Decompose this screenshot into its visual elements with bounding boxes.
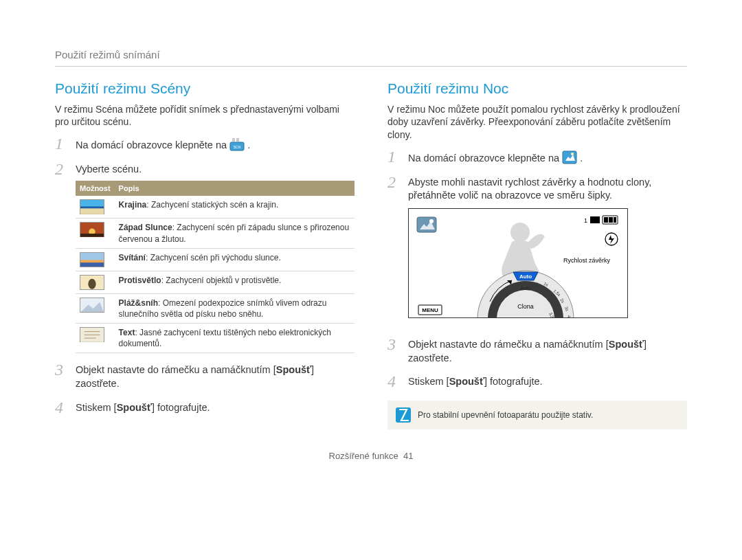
column-scene: Použití režimu Scény V režimu Scéna může… bbox=[55, 79, 355, 429]
step-number: 4 bbox=[55, 399, 70, 416]
option-thumb bbox=[76, 219, 115, 248]
svg-rect-5 bbox=[80, 208, 104, 214]
svg-point-14 bbox=[88, 278, 95, 289]
table-row: Krajina: Zachycení statických scén a kra… bbox=[76, 196, 355, 219]
night-mode-icon bbox=[562, 150, 577, 164]
shutter-word: Spoušť bbox=[117, 402, 152, 413]
table-row: Západ Slunce: Zachycení scén při západu … bbox=[76, 219, 355, 248]
option-thumb bbox=[76, 248, 115, 271]
svg-text:MENU: MENU bbox=[422, 307, 438, 313]
table-header-option: Možnost bbox=[76, 181, 115, 197]
svg-rect-24 bbox=[590, 216, 600, 223]
step-number: 4 bbox=[387, 373, 403, 390]
scene-mode-icon: SCN bbox=[229, 137, 245, 151]
shutter-word: Spoušť bbox=[609, 339, 644, 350]
svg-text:Auto: Auto bbox=[519, 273, 532, 280]
svg-text:4s: 4s bbox=[567, 315, 572, 318]
svg-rect-1 bbox=[232, 138, 235, 142]
table-row: Pláž&sníh: Omezení podexpozice snímků vl… bbox=[76, 293, 355, 323]
scene-intro: V režimu Scéna můžete pořídit snímek s p… bbox=[55, 103, 355, 129]
step-text: Objekt nastavte do rámečku a namáčknutím… bbox=[76, 364, 276, 375]
page-footer: Rozšířené funkce 41 bbox=[55, 450, 687, 462]
shutter-word: Spoušť bbox=[276, 364, 311, 375]
shutter-speed-label: Rychlost závěrky bbox=[563, 257, 611, 264]
svg-rect-12 bbox=[80, 260, 104, 262]
table-row: Text: Jasné zachycení textu tištěných ne… bbox=[76, 324, 355, 353]
night-step-3: 3 Objekt nastavte do rámečku a namáčknut… bbox=[387, 336, 687, 365]
scene-step-4: 4 Stiskem [Spoušť] fotografujte. bbox=[55, 399, 355, 416]
step-text: Na domácí obrazovce klepněte na bbox=[76, 139, 227, 150]
svg-rect-22 bbox=[417, 217, 436, 232]
night-title: Použití režimu Noc bbox=[387, 79, 687, 98]
scene-step-1: 1 Na domácí obrazovce klepněte na SCN . bbox=[55, 135, 355, 153]
column-night: Použití režimu Noc V režimu Noc můžete p… bbox=[387, 79, 687, 429]
table-row: Svítání: Zachycení scén při východu slun… bbox=[76, 248, 355, 271]
svg-point-30 bbox=[510, 223, 530, 242]
note-text: Pro stabilní upevnění fotoaparátu použij… bbox=[418, 410, 593, 421]
option-thumb bbox=[76, 324, 115, 353]
option-desc: Západ Slunce: Zachycení scén při západu … bbox=[115, 219, 355, 248]
step-number: 3 bbox=[387, 336, 403, 365]
page-header: Použití režimů snímání bbox=[55, 48, 687, 67]
step-number: 1 bbox=[55, 135, 70, 153]
step-text: ] fotografujte. bbox=[484, 376, 543, 387]
step-text: Na domácí obrazovce klepněte na bbox=[408, 153, 559, 164]
night-step-1: 1 Na domácí obrazovce klepněte na . bbox=[387, 148, 687, 166]
svg-rect-27 bbox=[609, 217, 613, 223]
footer-page: 41 bbox=[403, 451, 413, 461]
scene-step-3: 3 Objekt nastavte do rámečku a namáčknut… bbox=[55, 361, 355, 390]
step-text: Vyberte scénu. bbox=[76, 164, 142, 175]
step-text: Stiskem [ bbox=[408, 376, 449, 387]
table-header-desc: Popis bbox=[115, 181, 355, 197]
scene-title: Použití režimu Scény bbox=[55, 79, 355, 98]
night-step-2: 2 Abyste mohli nastavit rychlost závěrky… bbox=[387, 174, 687, 328]
option-thumb bbox=[76, 293, 115, 323]
option-thumb bbox=[76, 271, 115, 293]
option-desc: Pláž&sníh: Omezení podexpozice snímků vl… bbox=[115, 293, 355, 323]
svg-text:Auto: Auto bbox=[521, 286, 531, 291]
dial-illustration: 1 Rychlost závěrky bbox=[408, 208, 628, 318]
night-intro: V režimu Noc můžete použít pomalou rychl… bbox=[387, 103, 687, 142]
svg-rect-28 bbox=[614, 217, 616, 223]
note-icon bbox=[396, 407, 411, 423]
svg-rect-20 bbox=[563, 151, 576, 164]
step-text: Abyste mohli nastavit rychlost závěrky a… bbox=[408, 177, 651, 201]
scene-step-2: 2 Vyberte scénu. Možnost Popis Krajina: … bbox=[55, 161, 355, 354]
table-row: Protisvětlo: Zachycení objektů v protisv… bbox=[76, 271, 355, 293]
step-number: 3 bbox=[55, 361, 70, 390]
step-text: Stiskem [ bbox=[76, 402, 117, 413]
svg-point-23 bbox=[429, 219, 434, 223]
scene-options-table: Možnost Popis Krajina: Zachycení statick… bbox=[76, 181, 355, 354]
option-desc: Protisvětlo: Zachycení objektů v protisv… bbox=[115, 271, 355, 293]
option-desc: Svítání: Zachycení scén při východu slun… bbox=[115, 248, 355, 271]
svg-rect-6 bbox=[80, 207, 104, 209]
option-desc: Text: Jasné zachycení textu tištěných ne… bbox=[115, 324, 355, 353]
step-number: 1 bbox=[387, 148, 403, 166]
counter-text: 1 bbox=[584, 217, 587, 224]
svg-point-21 bbox=[571, 153, 574, 155]
period: . bbox=[580, 153, 583, 164]
period: . bbox=[247, 139, 250, 150]
shutter-word: Spoušť bbox=[449, 376, 484, 387]
svg-rect-26 bbox=[604, 217, 608, 223]
svg-text:SCN: SCN bbox=[234, 145, 241, 149]
night-step-4: 4 Stiskem [Spoušť] fotografujte. bbox=[387, 373, 687, 390]
step-text: ] fotografujte. bbox=[152, 402, 210, 413]
step-number: 2 bbox=[387, 174, 403, 328]
step-number: 2 bbox=[55, 161, 70, 354]
svg-rect-2 bbox=[236, 138, 239, 142]
svg-rect-11 bbox=[80, 262, 104, 267]
svg-text:Clona: Clona bbox=[517, 303, 534, 310]
svg-rect-9 bbox=[80, 234, 104, 237]
option-thumb bbox=[76, 196, 115, 219]
step-text: Objekt nastavte do rámečku a namáčknutím… bbox=[408, 339, 609, 350]
tripod-note: Pro stabilní upevnění fotoaparátu použij… bbox=[387, 401, 687, 429]
option-desc: Krajina: Zachycení statických scén a kra… bbox=[115, 196, 355, 219]
footer-section: Rozšířené funkce bbox=[329, 451, 398, 461]
